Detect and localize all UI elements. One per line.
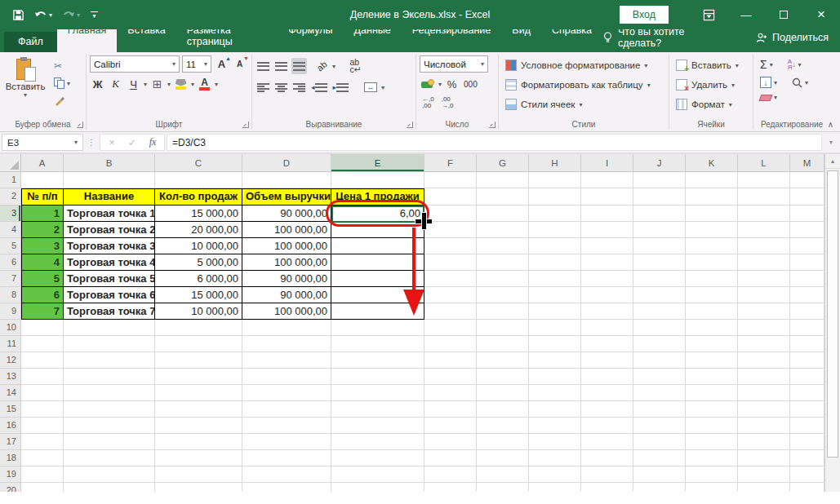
underline-dropdown[interactable]: ▾ (144, 81, 147, 88)
cell-G9[interactable] (477, 303, 529, 320)
cell-E8[interactable] (331, 287, 424, 303)
column-header-J[interactable]: J (633, 154, 686, 172)
cell-A17[interactable] (21, 434, 64, 450)
cell-I3[interactable] (581, 206, 633, 222)
cell-F15[interactable] (424, 401, 477, 418)
cell-C3[interactable]: 15 000,00 (155, 206, 242, 222)
cell-F12[interactable] (424, 352, 477, 369)
cell-C12[interactable] (155, 352, 242, 369)
cell-D18[interactable] (242, 450, 331, 466)
cell-M10[interactable] (790, 320, 824, 336)
cell-E4[interactable] (331, 222, 424, 238)
cell-D5[interactable]: 100 000,00 (242, 238, 331, 254)
cancel-formula-button[interactable]: × (102, 137, 122, 148)
cell-B8[interactable]: Торговая точка 6 (64, 287, 155, 303)
row-header-11[interactable]: 11 (0, 336, 21, 352)
cell-A20[interactable] (21, 483, 64, 492)
cell-K13[interactable] (686, 369, 738, 385)
cell-D20[interactable] (242, 483, 331, 492)
cell-A11[interactable] (21, 336, 64, 352)
scrollbar-thumb[interactable] (827, 170, 838, 458)
cell-D14[interactable] (242, 385, 331, 401)
cell-J19[interactable] (633, 466, 686, 483)
align-top-button[interactable] (256, 58, 271, 74)
cell-K17[interactable] (686, 434, 738, 450)
cell-A9[interactable]: 7 (21, 303, 64, 320)
share-button[interactable]: Поделиться (772, 32, 829, 43)
cell-A6[interactable]: 4 (21, 254, 64, 271)
cell-M5[interactable] (790, 238, 824, 254)
cell-C19[interactable] (155, 466, 242, 483)
cell-G6[interactable] (477, 254, 529, 271)
cell-E10[interactable] (331, 320, 424, 336)
cell-F6[interactable] (424, 254, 477, 271)
cell-C8[interactable]: 15 000,00 (155, 287, 242, 303)
cell-H10[interactable] (529, 320, 581, 336)
number-dialog-launcher[interactable] (489, 122, 496, 128)
cell-J12[interactable] (633, 352, 686, 369)
cell-D1[interactable] (242, 172, 331, 188)
cell-L17[interactable] (738, 434, 790, 450)
cell-D9[interactable]: 100 000,00 (242, 303, 331, 320)
row-header-4[interactable]: 4 (0, 222, 21, 238)
cell-J10[interactable] (633, 320, 686, 336)
cell-B18[interactable] (64, 450, 155, 466)
cell-K4[interactable] (686, 222, 738, 238)
cell-F7[interactable] (424, 271, 477, 287)
cell-L4[interactable] (738, 222, 790, 238)
cell-M14[interactable] (790, 385, 824, 401)
merge-center-button[interactable]: ↔ (362, 79, 379, 95)
orientation-button[interactable]: ab (314, 58, 330, 74)
cell-E6[interactable] (331, 254, 424, 271)
percent-style-button[interactable]: % (444, 76, 460, 92)
cell-E16[interactable] (331, 418, 424, 434)
clear-button[interactable]: ▾ (757, 92, 780, 103)
fill-color-dropdown[interactable]: ▾ (191, 81, 194, 88)
cell-L20[interactable] (738, 483, 790, 492)
cell-G16[interactable] (477, 418, 529, 434)
cut-button[interactable]: ✂ (51, 59, 73, 73)
cell-C10[interactable] (155, 320, 242, 336)
decrease-font-size-button[interactable]: A▼ (232, 56, 247, 73)
italic-button[interactable]: К (108, 76, 123, 92)
cell-F1[interactable] (424, 172, 477, 188)
align-left-button[interactable] (256, 79, 271, 95)
customize-qat-button[interactable]: ▾ (86, 11, 103, 19)
cell-M11[interactable] (790, 336, 824, 352)
row-header-16[interactable]: 16 (0, 418, 21, 434)
cell-J4[interactable] (633, 222, 686, 238)
cell-A18[interactable] (21, 450, 64, 466)
cell-B2[interactable]: Название (64, 188, 155, 206)
cell-G13[interactable] (477, 369, 529, 385)
row-header-18[interactable]: 18 (0, 450, 21, 466)
cell-D10[interactable] (242, 320, 331, 336)
cell-K14[interactable] (686, 385, 738, 401)
cell-J6[interactable] (633, 254, 686, 271)
cell-J18[interactable] (633, 450, 686, 466)
cell-B19[interactable] (64, 466, 155, 483)
select-all-corner[interactable] (0, 154, 21, 172)
collapse-ribbon-button[interactable]: ∧ (828, 120, 833, 129)
align-bottom-button[interactable] (291, 58, 307, 74)
column-header-C[interactable]: C (155, 154, 242, 172)
cell-M6[interactable] (790, 254, 824, 271)
clipboard-dialog-launcher[interactable] (77, 122, 83, 128)
cell-D3[interactable]: 90 000,00 (242, 206, 331, 222)
cell-I14[interactable] (581, 385, 633, 401)
increase-indent-button[interactable]: ▸ (331, 79, 351, 95)
cell-A13[interactable] (21, 369, 64, 385)
cell-H19[interactable] (529, 466, 581, 483)
cell-H11[interactable] (529, 336, 581, 352)
ribbon-display-options-button[interactable] (690, 0, 727, 29)
cell-E14[interactable] (331, 385, 424, 401)
cell-G12[interactable] (477, 352, 529, 369)
cell-A2[interactable]: № п/п (21, 188, 64, 206)
column-header-B[interactable]: B (64, 154, 155, 172)
row-header-5[interactable]: 5 (0, 238, 21, 254)
cell-K20[interactable] (686, 483, 738, 492)
cell-H7[interactable] (529, 271, 581, 287)
cell-L12[interactable] (738, 352, 790, 369)
cell-D2[interactable]: Объем выручки (242, 188, 331, 206)
cell-J14[interactable] (633, 385, 686, 401)
row-header-10[interactable]: 10 (0, 320, 21, 336)
